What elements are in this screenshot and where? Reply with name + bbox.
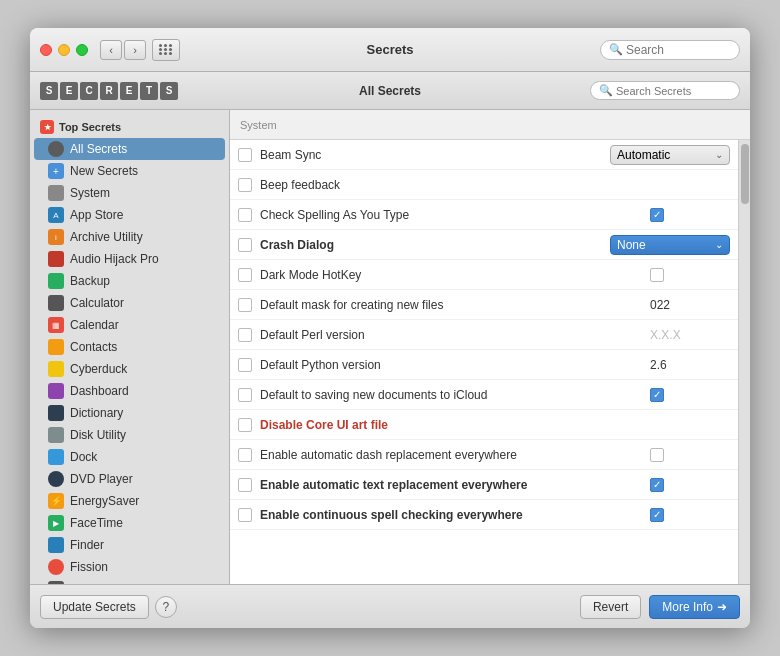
sidebar-item-new-secrets[interactable]: + New Secrets [30, 160, 229, 182]
chevron-down-icon: ⌄ [715, 149, 723, 160]
forward-button[interactable]: › [124, 40, 146, 60]
sidebar-item-system[interactable]: System [30, 182, 229, 204]
row-value-darkmode[interactable] [650, 268, 730, 282]
row-value-spell[interactable]: ✓ [650, 508, 730, 522]
sidebar-label-app-store: App Store [70, 208, 123, 222]
sidebar-label-energy: EnergySaver [70, 494, 139, 508]
help-button[interactable]: ? [155, 596, 177, 618]
sidebar-item-dock[interactable]: Dock [30, 446, 229, 468]
row-name-mask: Default mask for creating new files [260, 298, 650, 312]
search-secrets-icon: 🔍 [599, 84, 613, 97]
dashboard-icon [48, 383, 64, 399]
facetime-icon: ▶ [48, 515, 64, 531]
update-secrets-button[interactable]: Update Secrets [40, 595, 149, 619]
sidebar-label-disk-utility: Disk Utility [70, 428, 126, 442]
letter-s2: S [160, 82, 178, 100]
search-secrets-input[interactable] [616, 85, 736, 97]
sidebar-item-backup[interactable]: Backup [30, 270, 229, 292]
audio-hijack-icon [48, 251, 64, 267]
row-value-perl: X.X.X [650, 328, 730, 342]
system-label: System [240, 119, 277, 131]
row-name-icloud: Default to saving new documents to iClou… [260, 388, 650, 402]
search-input[interactable] [626, 43, 736, 57]
row-checkbox-mask[interactable] [238, 298, 252, 312]
toolbar: S E C R E T S All Secrets 🔍 [30, 72, 750, 110]
table-row: Default Perl version X.X.X [230, 320, 738, 350]
row-name-darkmode: Dark Mode HotKey [260, 268, 650, 282]
row-checkbox-icloud[interactable] [238, 388, 252, 402]
row-checkbox-autotext[interactable] [238, 478, 252, 492]
minimize-button[interactable] [58, 44, 70, 56]
row-name-crash: Crash Dialog [260, 238, 610, 252]
main-content: ★ Top Secrets All Secrets + New Secrets … [30, 110, 750, 584]
sidebar-item-archive[interactable]: i Archive Utility [30, 226, 229, 248]
chevron-down-icon: ⌄ [715, 239, 723, 250]
disk-utility-icon [48, 427, 64, 443]
row-dropdown-beam-sync[interactable]: Automatic ⌄ [610, 145, 730, 165]
table-row: Dark Mode HotKey [230, 260, 738, 290]
row-name-beep: Beep feedback [260, 178, 650, 192]
sidebar-item-facetime[interactable]: ▶ FaceTime [30, 512, 229, 534]
sidebar-item-audiohijack[interactable]: Audio Hijack Pro [30, 248, 229, 270]
row-value-dash[interactable] [650, 448, 730, 462]
back-button[interactable]: ‹ [100, 40, 122, 60]
sidebar-label-system: System [70, 186, 110, 200]
row-checkbox-dash[interactable] [238, 448, 252, 462]
sidebar-label-fission: Fission [70, 560, 108, 574]
sidebar-label-audiohijack: Audio Hijack Pro [70, 252, 159, 266]
app-window: ‹ › Secrets 🔍 S E C R E T S All Secrets [30, 28, 750, 628]
grid-button[interactable] [152, 39, 180, 61]
row-value-autotext[interactable]: ✓ [650, 478, 730, 492]
table-row: Enable automatic text replacement everyw… [230, 470, 738, 500]
table-row: Crash Dialog None ⌄ [230, 230, 738, 260]
top-secrets-label: Top Secrets [59, 121, 121, 133]
letter-e2: E [120, 82, 138, 100]
sidebar-item-app-store[interactable]: A App Store [30, 204, 229, 226]
table-row: Beam Sync Automatic ⌄ [230, 140, 738, 170]
toolbar-center-label: All Secrets [359, 84, 421, 98]
sidebar-item-cyberduck[interactable]: Cyberduck [30, 358, 229, 380]
sidebar-item-disk-utility[interactable]: Disk Utility [30, 424, 229, 446]
row-dropdown-crash[interactable]: None ⌄ [610, 235, 730, 255]
row-checkbox-beep[interactable] [238, 178, 252, 192]
row-name-coreui: Disable Core UI art file [260, 418, 650, 432]
scrollbar[interactable] [738, 140, 750, 584]
row-checkbox-coreui[interactable] [238, 418, 252, 432]
scrollbar-thumb[interactable] [741, 144, 749, 204]
row-checkbox-perl[interactable] [238, 328, 252, 342]
more-info-label: More Info [662, 600, 713, 614]
sidebar-item-dashboard[interactable]: Dashboard [30, 380, 229, 402]
sidebar-section-top-secrets[interactable]: ★ Top Secrets [30, 116, 229, 138]
sidebar-label-facetime: FaceTime [70, 516, 123, 530]
row-checkbox-python[interactable] [238, 358, 252, 372]
row-checkbox-spell[interactable] [238, 508, 252, 522]
sidebar-item-contacts[interactable]: Contacts [30, 336, 229, 358]
close-button[interactable] [40, 44, 52, 56]
sidebar-item-dictionary[interactable]: Dictionary [30, 402, 229, 424]
sidebar-item-fission[interactable]: Fission [30, 556, 229, 578]
revert-button[interactable]: Revert [580, 595, 641, 619]
sidebar-item-finder[interactable]: Finder [30, 534, 229, 556]
arrow-right-icon: ➜ [717, 600, 727, 614]
search-secrets-box[interactable]: 🔍 [590, 81, 740, 100]
row-checkbox-beam-sync[interactable] [238, 148, 252, 162]
sidebar-item-calculator[interactable]: Calculator [30, 292, 229, 314]
table-row: Default Python version 2.6 [230, 350, 738, 380]
sidebar-label-dvd: DVD Player [70, 472, 133, 486]
sidebar-label-finder: Finder [70, 538, 104, 552]
row-checkbox-spellcheck[interactable] [238, 208, 252, 222]
row-value-spellcheck[interactable]: ✓ [650, 208, 730, 222]
sidebar-item-dvd[interactable]: DVD Player [30, 468, 229, 490]
energy-icon: ⚡ [48, 493, 64, 509]
maximize-button[interactable] [76, 44, 88, 56]
row-checkbox-darkmode[interactable] [238, 268, 252, 282]
search-box[interactable]: 🔍 [600, 40, 740, 60]
sidebar-label-all-secrets: All Secrets [70, 142, 127, 156]
more-info-button[interactable]: More Info ➜ [649, 595, 740, 619]
row-checkbox-crash[interactable] [238, 238, 252, 252]
cyberduck-icon [48, 361, 64, 377]
sidebar-item-calendar[interactable]: ▦ Calendar [30, 314, 229, 336]
sidebar-item-energy[interactable]: ⚡ EnergySaver [30, 490, 229, 512]
row-value-icloud[interactable]: ✓ [650, 388, 730, 402]
sidebar-item-all-secrets[interactable]: All Secrets [34, 138, 225, 160]
